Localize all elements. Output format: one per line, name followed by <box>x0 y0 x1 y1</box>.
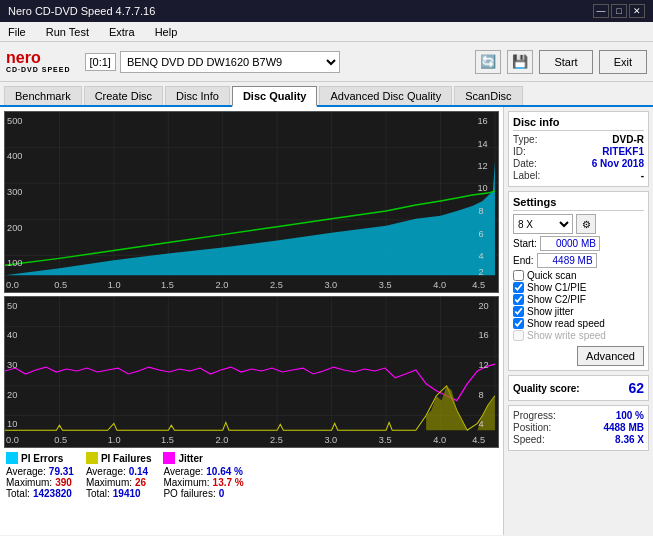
pi-errors-max-value: 390 <box>55 477 72 488</box>
svg-text:12: 12 <box>477 162 487 172</box>
svg-text:2.5: 2.5 <box>270 280 283 290</box>
quick-scan-checkbox[interactable] <box>513 270 524 281</box>
jitter-po-row: PO failures: 0 <box>163 488 243 499</box>
svg-text:3.0: 3.0 <box>324 280 337 290</box>
app-title: Nero CD-DVD Speed 4.7.7.16 <box>8 5 155 17</box>
start-button[interactable]: Start <box>539 50 592 74</box>
tab-bar: Benchmark Create Disc Disc Info Disc Qua… <box>0 82 653 107</box>
settings-speed-row: 8 X ⚙ <box>513 214 644 234</box>
svg-text:20: 20 <box>478 301 488 311</box>
pi-failures-color <box>86 452 98 464</box>
show-c1-label[interactable]: Show C1/PIE <box>527 282 586 293</box>
quick-scan-label[interactable]: Quick scan <box>527 270 576 281</box>
settings-end-input[interactable] <box>537 253 597 268</box>
show-read-speed-checkbox[interactable] <box>513 318 524 329</box>
pi-failures-header: PI Failures <box>86 452 152 464</box>
advanced-button[interactable]: Advanced <box>577 346 644 366</box>
svg-text:3.0: 3.0 <box>324 435 337 445</box>
tab-disc-quality[interactable]: Disc Quality <box>232 86 318 107</box>
jitter-label: Jitter <box>178 453 202 464</box>
pi-failures-avg-label: Average: <box>86 466 126 477</box>
position-value: 4488 MB <box>603 422 644 433</box>
tab-advanced-disc-quality[interactable]: Advanced Disc Quality <box>319 86 452 105</box>
stats-row: PI Errors Average: 79.31 Maximum: 390 To… <box>4 448 499 501</box>
checkbox-show-c1: Show C1/PIE <box>513 282 644 293</box>
pi-errors-header: PI Errors <box>6 452 74 464</box>
svg-text:0.0: 0.0 <box>6 435 19 445</box>
menu-help[interactable]: Help <box>151 25 182 39</box>
checkbox-quick-scan: Quick scan <box>513 270 644 281</box>
settings-start-row: Start: <box>513 236 644 251</box>
svg-marker-13 <box>5 161 495 275</box>
menu-bar: File Run Test Extra Help <box>0 22 653 42</box>
pi-errors-total-value: 1423820 <box>33 488 72 499</box>
window-controls: — □ ✕ <box>593 4 645 18</box>
svg-text:200: 200 <box>7 223 22 233</box>
show-c2-checkbox[interactable] <box>513 294 524 305</box>
svg-text:1.0: 1.0 <box>108 435 121 445</box>
svg-text:1.5: 1.5 <box>161 280 174 290</box>
svg-text:4: 4 <box>478 252 483 262</box>
jitter-max-row: Maximum: 13.7 % <box>163 477 243 488</box>
tab-disc-info[interactable]: Disc Info <box>165 86 230 105</box>
menu-extra[interactable]: Extra <box>105 25 139 39</box>
advanced-btn-row: Advanced <box>513 344 644 366</box>
disc-info-title: Disc info <box>513 116 644 131</box>
tab-benchmark[interactable]: Benchmark <box>4 86 82 105</box>
logo-nero: nero <box>6 50 71 66</box>
jitter-header: Jitter <box>163 452 243 464</box>
close-button[interactable]: ✕ <box>629 4 645 18</box>
settings-icon-button[interactable]: ⚙ <box>576 214 596 234</box>
drive-select-area: [0:1] BENQ DVD DD DW1620 B7W9 <box>85 51 470 73</box>
svg-text:2.0: 2.0 <box>216 280 229 290</box>
checkbox-show-write-speed: Show write speed <box>513 330 644 341</box>
save-button[interactable]: 💾 <box>507 50 533 74</box>
show-jitter-label[interactable]: Show jitter <box>527 306 574 317</box>
menu-file[interactable]: File <box>4 25 30 39</box>
refresh-button[interactable]: 🔄 <box>475 50 501 74</box>
svg-text:0.0: 0.0 <box>6 280 19 290</box>
speed-label: Speed: <box>513 434 545 445</box>
tab-create-disc[interactable]: Create Disc <box>84 86 163 105</box>
settings-start-label: Start: <box>513 238 537 249</box>
show-write-speed-label: Show write speed <box>527 330 606 341</box>
pi-errors-avg-row: Average: 79.31 <box>6 466 74 477</box>
maximize-button[interactable]: □ <box>611 4 627 18</box>
speed-select[interactable]: 8 X <box>513 214 573 234</box>
show-write-speed-checkbox <box>513 330 524 341</box>
svg-text:100: 100 <box>7 258 22 268</box>
show-c1-checkbox[interactable] <box>513 282 524 293</box>
jitter-max-label: Maximum: <box>163 477 209 488</box>
pi-errors-avg-value: 79.31 <box>49 466 74 477</box>
svg-text:4.5: 4.5 <box>472 280 485 290</box>
show-c2-label[interactable]: Show C2/PIF <box>527 294 586 305</box>
tab-scan-disc[interactable]: ScanDisc <box>454 86 522 105</box>
settings-end-row: End: <box>513 253 644 268</box>
settings-section: Settings 8 X ⚙ Start: End: Quick scan <box>508 191 649 371</box>
show-jitter-checkbox[interactable] <box>513 306 524 317</box>
svg-text:400: 400 <box>7 152 22 162</box>
show-read-speed-label[interactable]: Show read speed <box>527 318 605 329</box>
settings-start-input[interactable] <box>540 236 600 251</box>
drive-dropdown[interactable]: BENQ DVD DD DW1620 B7W9 <box>120 51 340 73</box>
jitter-avg-value: 10.64 % <box>206 466 243 477</box>
svg-text:2.5: 2.5 <box>270 435 283 445</box>
pi-failures-label: PI Failures <box>101 453 152 464</box>
disc-type-label: Type: <box>513 134 537 145</box>
svg-text:30: 30 <box>7 360 17 370</box>
position-label: Position: <box>513 422 551 433</box>
title-bar: Nero CD-DVD Speed 4.7.7.16 — □ ✕ <box>0 0 653 22</box>
svg-text:500: 500 <box>7 116 22 126</box>
disc-id-row: ID: RITEKF1 <box>513 146 644 157</box>
settings-end-label: End: <box>513 255 534 266</box>
exit-button[interactable]: Exit <box>599 50 647 74</box>
progress-label: Progress: <box>513 410 556 421</box>
minimize-button[interactable]: — <box>593 4 609 18</box>
logo-tagline: CD·DVD SPEED <box>6 66 71 73</box>
progress-section: Progress: 100 % Position: 4488 MB Speed:… <box>508 405 649 451</box>
pi-errors-max-row: Maximum: 390 <box>6 477 74 488</box>
checkbox-show-c2: Show C2/PIF <box>513 294 644 305</box>
svg-text:3.5: 3.5 <box>379 435 392 445</box>
menu-run-test[interactable]: Run Test <box>42 25 93 39</box>
svg-text:2.0: 2.0 <box>216 435 229 445</box>
